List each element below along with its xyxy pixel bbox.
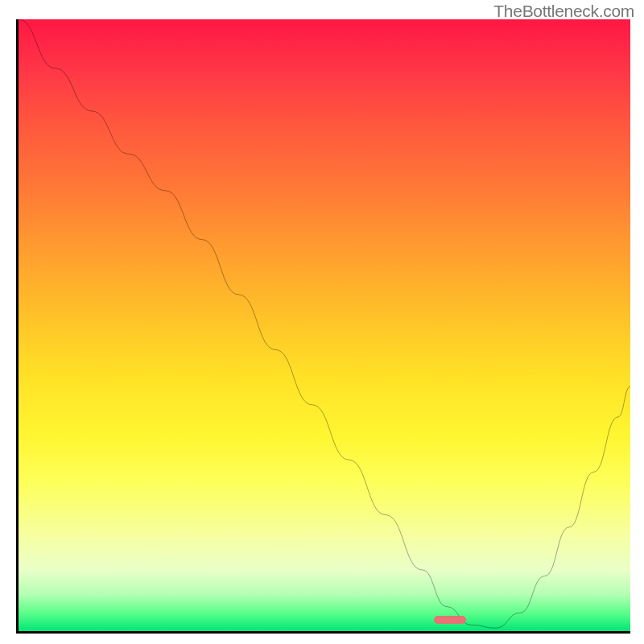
watermark-text: TheBottleneck.com <box>493 2 634 21</box>
curve-svg <box>19 19 630 631</box>
bottleneck-curve <box>19 19 630 628</box>
optimal-range-marker <box>434 616 466 624</box>
chart-plot <box>16 19 630 634</box>
